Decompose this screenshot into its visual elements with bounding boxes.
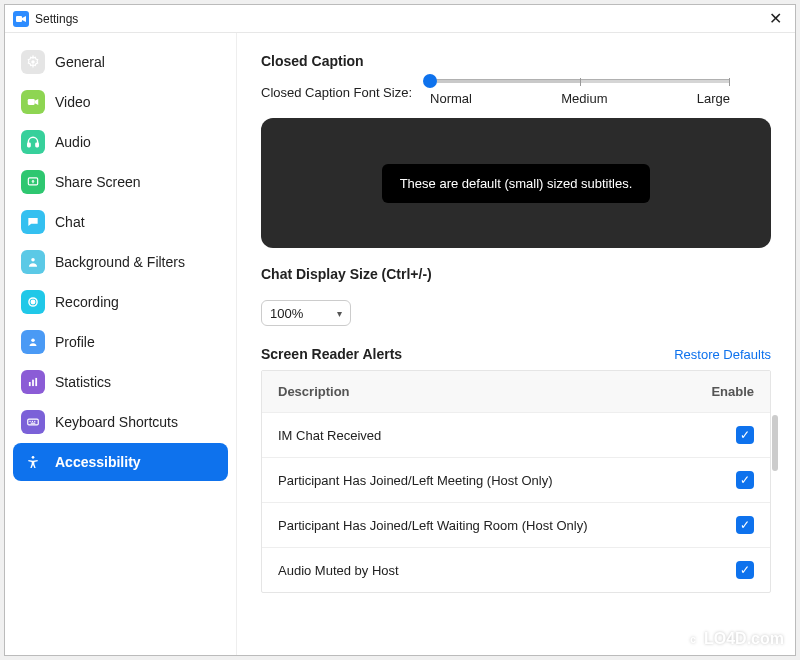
svg-rect-0: [16, 16, 22, 22]
svg-rect-15: [32, 421, 33, 422]
sidebar-item-profile[interactable]: Profile: [13, 323, 228, 361]
close-button[interactable]: ✕: [763, 9, 787, 28]
svg-point-9: [31, 339, 35, 343]
main-panel: Closed Caption Closed Caption Font Size:…: [237, 33, 795, 655]
svg-rect-3: [28, 143, 30, 147]
caption-size-label: Closed Caption Font Size:: [261, 85, 412, 100]
stats-icon: [21, 370, 45, 394]
alert-description: Audio Muted by Host: [278, 563, 704, 578]
settings-window: Settings ✕ General Video Audio: [4, 4, 796, 656]
sidebar-item-label: Chat: [55, 214, 85, 230]
profile-icon: [21, 330, 45, 354]
person-icon: [21, 250, 45, 274]
caption-size-slider[interactable]: Normal Medium Large: [430, 79, 730, 106]
alert-row: Participant Has Joined/Left Waiting Room…: [262, 502, 770, 547]
scrollbar-thumb[interactable]: [772, 415, 778, 471]
sidebar-item-label: Video: [55, 94, 91, 110]
copyright-icon: c: [686, 632, 700, 646]
window-title: Settings: [35, 12, 78, 26]
sidebar-item-recording[interactable]: Recording: [13, 283, 228, 321]
alert-enable-checkbox[interactable]: ✓: [736, 516, 754, 534]
sidebar-item-background[interactable]: Background & Filters: [13, 243, 228, 281]
alerts-title: Screen Reader Alerts: [261, 346, 402, 362]
chat-display-size-value: 100%: [270, 306, 303, 321]
sidebar-item-label: Audio: [55, 134, 91, 150]
slider-label-large: Large: [697, 91, 730, 106]
zoom-app-icon: [13, 11, 29, 27]
alert-row: Audio Muted by Host ✓: [262, 547, 770, 592]
alerts-header-row: Description Enable: [262, 371, 770, 412]
column-description: Description: [278, 384, 704, 399]
slider-label-medium: Medium: [561, 91, 607, 106]
watermark-text: LO4D.com: [704, 630, 784, 648]
sidebar: General Video Audio Share Screen: [5, 33, 237, 655]
restore-defaults-link[interactable]: Restore Defaults: [674, 347, 771, 362]
headphones-icon: [21, 130, 45, 154]
alert-enable-checkbox[interactable]: ✓: [736, 471, 754, 489]
alert-description: Participant Has Joined/Left Meeting (Hos…: [278, 473, 704, 488]
svg-point-1: [31, 60, 35, 64]
slider-label-normal: Normal: [430, 91, 472, 106]
sidebar-item-label: Keyboard Shortcuts: [55, 414, 178, 430]
sidebar-item-label: Recording: [55, 294, 119, 310]
svg-rect-10: [29, 382, 31, 386]
svg-point-6: [31, 258, 35, 262]
slider-thumb[interactable]: [423, 74, 437, 88]
keyboard-icon: [21, 410, 45, 434]
svg-rect-17: [31, 423, 36, 424]
svg-point-18: [32, 456, 35, 459]
caption-preview: These are default (small) sized subtitle…: [261, 118, 771, 248]
svg-rect-2: [28, 99, 35, 105]
video-icon: [21, 90, 45, 114]
column-enable: Enable: [704, 384, 754, 399]
sidebar-item-share-screen[interactable]: Share Screen: [13, 163, 228, 201]
sidebar-item-audio[interactable]: Audio: [13, 123, 228, 161]
gear-icon: [21, 50, 45, 74]
alert-row: IM Chat Received ✓: [262, 412, 770, 457]
svg-rect-16: [34, 421, 35, 422]
sidebar-item-label: Profile: [55, 334, 95, 350]
sidebar-item-accessibility[interactable]: Accessibility: [13, 443, 228, 481]
svg-rect-11: [32, 380, 34, 386]
chat-icon: [21, 210, 45, 234]
chat-display-size-select[interactable]: 100% ▾: [261, 300, 351, 326]
closed-caption-title: Closed Caption: [261, 53, 771, 69]
chevron-down-icon: ▾: [337, 308, 342, 319]
alert-row: Participant Has Joined/Left Meeting (Hos…: [262, 457, 770, 502]
record-icon: [21, 290, 45, 314]
sidebar-item-keyboard[interactable]: Keyboard Shortcuts: [13, 403, 228, 441]
sidebar-item-statistics[interactable]: Statistics: [13, 363, 228, 401]
caption-preview-text: These are default (small) sized subtitle…: [382, 164, 651, 203]
sidebar-item-label: Share Screen: [55, 174, 141, 190]
alerts-table: Description Enable IM Chat Received ✓ Pa…: [261, 370, 771, 593]
alert-description: Participant Has Joined/Left Waiting Room…: [278, 518, 704, 533]
watermark: c LO4D.com: [686, 630, 784, 648]
sidebar-item-label: General: [55, 54, 105, 70]
sidebar-item-general[interactable]: General: [13, 43, 228, 81]
share-icon: [21, 170, 45, 194]
chat-display-title: Chat Display Size (Ctrl+/-): [261, 266, 771, 282]
alert-enable-checkbox[interactable]: ✓: [736, 426, 754, 444]
sidebar-item-label: Background & Filters: [55, 254, 185, 270]
caption-size-row: Closed Caption Font Size: Normal Medium …: [261, 79, 771, 106]
sidebar-item-chat[interactable]: Chat: [13, 203, 228, 241]
svg-rect-12: [35, 378, 37, 386]
sidebar-item-label: Accessibility: [55, 454, 141, 470]
svg-rect-14: [30, 421, 31, 422]
alert-enable-checkbox[interactable]: ✓: [736, 561, 754, 579]
titlebar: Settings ✕: [5, 5, 795, 33]
sidebar-item-video[interactable]: Video: [13, 83, 228, 121]
svg-point-8: [31, 300, 35, 304]
svg-rect-4: [36, 143, 38, 147]
sidebar-item-label: Statistics: [55, 374, 111, 390]
alert-description: IM Chat Received: [278, 428, 704, 443]
content-area: General Video Audio Share Screen: [5, 33, 795, 655]
accessibility-icon: [21, 450, 45, 474]
